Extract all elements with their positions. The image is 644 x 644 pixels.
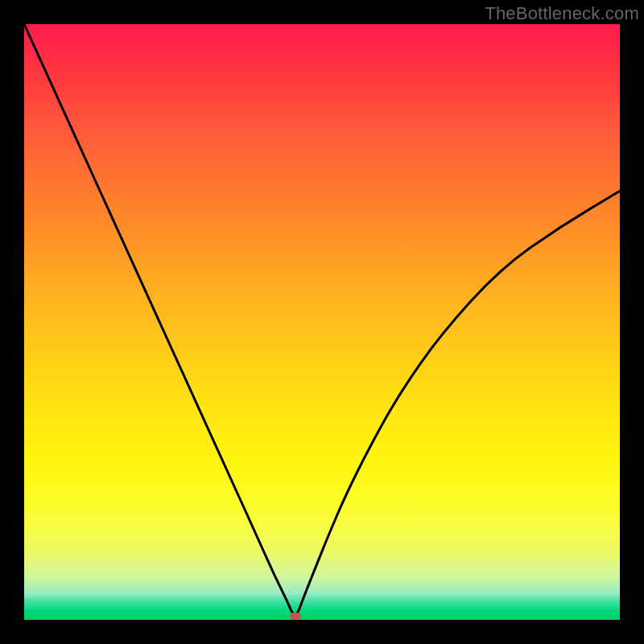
outer-frame: TheBottleneck.com xyxy=(0,0,644,644)
watermark-text: TheBottleneck.com xyxy=(485,3,639,24)
plot-area xyxy=(24,24,620,620)
optimal-marker xyxy=(290,613,301,620)
bottleneck-curve xyxy=(24,24,620,620)
